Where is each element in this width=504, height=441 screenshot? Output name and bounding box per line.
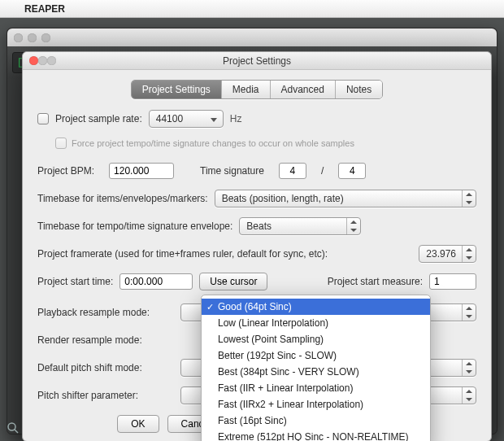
menu-item[interactable]: Extreme (512pt HQ Sinc - NON-REALTIME) — [202, 429, 430, 441]
render-resample-label: Render resample mode: — [37, 334, 174, 346]
menu-item[interactable]: Better (192pt Sinc - SLOW) — [202, 347, 430, 364]
timebase-tempo-label: Timebase for tempo/time signature envelo… — [37, 220, 232, 232]
timesig-label: Time signature — [200, 165, 264, 177]
tab-bar: Project Settings Media Advanced Notes — [37, 80, 476, 99]
timesig-denominator-input[interactable] — [338, 163, 366, 179]
dialog-titlebar: Project Settings — [23, 52, 491, 70]
magnifier-icon — [5, 420, 21, 436]
force-tempo-label: Force project tempo/time signature chang… — [72, 138, 354, 148]
menu-item[interactable]: Fast (16pt Sinc) — [202, 413, 430, 429]
framerate-popup[interactable]: 23.976 — [419, 245, 476, 263]
tab-project-settings[interactable]: Project Settings — [132, 81, 222, 98]
menu-item[interactable]: Best (384pt Sinc - VERY SLOW) — [202, 364, 430, 380]
timebase-items-label: Timebase for items/envelopes/markers: — [37, 193, 208, 204]
svg-point-0 — [8, 423, 15, 430]
tab-notes[interactable]: Notes — [336, 81, 382, 98]
sample-rate-label: Project sample rate: — [55, 113, 142, 124]
timesig-separator: / — [321, 165, 324, 177]
menu-item[interactable]: Low (Linear Interpolation) — [202, 315, 430, 331]
timebase-items-popup[interactable]: Beats (position, length, rate) — [215, 190, 476, 207]
playback-resample-menu[interactable]: Good (64pt Sinc) Low (Linear Interpolati… — [201, 295, 431, 441]
sample-rate-unit: Hz — [230, 113, 242, 124]
pitch-param-label: Pitch shifter parameter: — [37, 390, 174, 401]
sample-rate-combo[interactable]: 44100 — [149, 110, 224, 128]
use-cursor-button[interactable]: Use cursor — [199, 273, 267, 290]
timebase-tempo-popup[interactable]: Beats — [239, 217, 361, 235]
traffic-light-close-icon[interactable] — [14, 33, 23, 42]
traffic-light-minimize-icon[interactable] — [28, 33, 37, 42]
timebase-tempo-value: Beats — [246, 220, 272, 232]
menu-item[interactable]: Good (64pt Sinc) — [202, 299, 430, 315]
tab-media[interactable]: Media — [222, 81, 271, 98]
svg-line-1 — [15, 430, 18, 433]
menu-item[interactable]: Lowest (Point Sampling) — [202, 331, 430, 347]
bpm-input[interactable] — [109, 163, 174, 179]
framerate-value: 23.976 — [426, 248, 456, 260]
main-window-titlebar — [7, 28, 497, 46]
timesig-numerator-input[interactable] — [279, 163, 306, 179]
sample-rate-checkbox[interactable] — [37, 113, 49, 124]
dialog-title: Project Settings — [23, 55, 491, 67]
playback-resample-label: Playback resample mode: — [37, 307, 174, 318]
ok-button[interactable]: OK — [117, 415, 159, 433]
timebase-items-value: Beats (position, length, rate) — [222, 193, 344, 204]
menu-item[interactable]: Fast (IIR + Linear Interpolation) — [202, 380, 430, 396]
sample-rate-value: 44100 — [156, 113, 183, 124]
pitch-mode-label: Default pitch shift mode: — [37, 362, 174, 373]
app-menu[interactable]: REAPER — [24, 3, 65, 15]
menu-item[interactable]: Fast (IIRx2 + Linear Interpolation) — [202, 396, 430, 413]
traffic-light-zoom-icon[interactable] — [41, 33, 50, 42]
framerate-label: Project framerate (used for time+frames … — [37, 248, 328, 260]
bpm-label: Project BPM: — [37, 165, 94, 177]
force-tempo-checkbox — [55, 138, 67, 149]
start-measure-label: Project start measure: — [328, 276, 423, 287]
start-measure-input[interactable] — [429, 273, 476, 290]
start-time-label: Project start time: — [37, 276, 113, 287]
project-settings-dialog: Project Settings Project Settings Media … — [22, 51, 492, 441]
start-time-input[interactable] — [119, 273, 193, 290]
tab-advanced[interactable]: Advanced — [271, 81, 336, 98]
mac-menubar: REAPER — [0, 0, 504, 18]
